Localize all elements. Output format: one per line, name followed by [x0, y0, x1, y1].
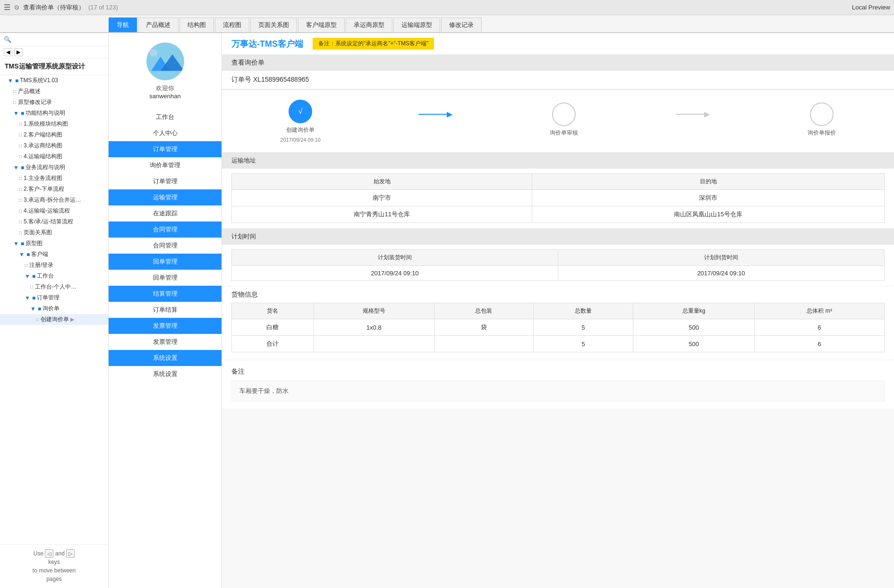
- goods-weight: 500: [633, 319, 754, 336]
- progress-circle-2: [552, 102, 576, 126]
- goods-header-qty: 总数量: [534, 303, 633, 319]
- sidebar-item-page-relations[interactable]: □页面关系图: [0, 227, 108, 238]
- sidebar-item-client[interactable]: ▼ ■ 客户端: [0, 249, 108, 260]
- doc-icon: □: [19, 121, 22, 127]
- tab-product-overview[interactable]: 产品概述: [138, 17, 179, 32]
- doc-icon: □: [25, 263, 27, 268]
- sidebar-forward-button[interactable]: ▶: [14, 48, 23, 56]
- menu-item-inquiry-mgmt[interactable]: 询价单管理: [109, 157, 221, 173]
- transport-dest-city: 深圳市: [532, 190, 885, 206]
- table-row: 南宁青秀山11号仓库 南山区凤凰山山15号仓库: [232, 206, 885, 223]
- menu-item-tracking[interactable]: 在途跟踪: [109, 205, 221, 222]
- sidebar-search-bar[interactable]: 🔍: [0, 33, 108, 46]
- menu-item-order-detail[interactable]: 订单管理: [109, 173, 221, 189]
- goods-header-volume: 总体积 m³: [755, 303, 885, 319]
- sidebar-back-button[interactable]: ◀: [4, 48, 12, 56]
- sidebar-item-module-structure[interactable]: □1.系统模块结构图: [0, 119, 108, 129]
- schedule-load-time: 2017/09/24 09:10: [232, 266, 558, 281]
- page-brand: 万事达-TMS客户端 备注：系统设定的"承运商名"+"-TMS客户端": [222, 33, 894, 55]
- menu-item-contract-mgmt[interactable]: 合同管理: [109, 222, 221, 238]
- sidebar-item-client-structure[interactable]: □2.客户端结构图: [0, 129, 108, 140]
- schedule-section: 计划时间 计划装货时间 计划到货时间 2017/09/24 09:10: [222, 229, 894, 286]
- sidebar-item-dashboard[interactable]: ▼ ■ 工作台: [0, 271, 108, 281]
- menu-item-invoice-mgmt[interactable]: 发票管理: [109, 318, 221, 334]
- page-title: 查看询价单: [222, 55, 894, 71]
- doc-icon: □: [13, 100, 16, 105]
- tab-page-relations[interactable]: 页面关系图: [250, 17, 297, 32]
- avatar: [146, 43, 184, 80]
- top-bar-subtitle: (17 of 123): [88, 4, 118, 11]
- sidebar-item-structure[interactable]: ▼ ■ 功能结构与说明: [0, 108, 108, 119]
- transport-header-dest: 目的地: [532, 174, 885, 190]
- doc-icon: □: [19, 230, 22, 235]
- folder-expand-icon: ▼: [13, 240, 19, 247]
- sidebar-item-product[interactable]: □产品概述: [0, 86, 108, 97]
- menu-item-personal[interactable]: 个人中心: [109, 125, 221, 141]
- sidebar-item-workflow[interactable]: ▼ ■ 业务流程与说明: [0, 162, 108, 173]
- menu-item-receipt-mgmt[interactable]: 回单管理: [109, 254, 221, 270]
- tab-carrier-prototype[interactable]: 承运商原型: [346, 17, 392, 32]
- tab-transport-prototype[interactable]: 运输端原型: [393, 17, 440, 32]
- transport-section-header: 运输地址: [222, 153, 894, 169]
- order-number-text: 订单号 XL1589965488965: [231, 76, 309, 83]
- doc-icon: □: [36, 317, 39, 322]
- schedule-header-load: 计划装货时间: [232, 250, 558, 266]
- sidebar-item-inquiry[interactable]: ▼ ■ 询价单: [0, 303, 108, 314]
- menu-item-order-mgmt[interactable]: 订单管理: [109, 141, 221, 157]
- sidebar-item-dashboard-personal[interactable]: □工作台-个人中…: [0, 281, 108, 292]
- sidebar-keyboard-hint: Use ◁ and ▷ keys to move between pages: [0, 544, 108, 588]
- sidebar-item-client-flow[interactable]: □2.客户-下单流程: [0, 184, 108, 195]
- folder-expand-icon: ▼: [19, 251, 25, 258]
- menu-item-settings-mgmt[interactable]: 系统设置: [109, 350, 221, 366]
- progress-arrow-2: ▶: [676, 110, 710, 119]
- menu-item-settlement[interactable]: 订单结算: [109, 302, 221, 318]
- menu-icon[interactable]: ☰: [4, 3, 10, 12]
- goods-title: 货物信息: [222, 287, 894, 303]
- folder-icon-blue: ■: [32, 295, 35, 301]
- main-layout: 🔍 ◀ ▶ TMS运输管理系统原型设计 ▼ ■ TMS系统V1.03 □产品概述…: [0, 33, 894, 588]
- menu-item-transport-mgmt[interactable]: 运输管理: [109, 189, 221, 205]
- transport-section: 运输地址 始发地 目的地 南宁市 深圳市: [222, 153, 894, 228]
- sidebar-item-transport-structure[interactable]: □4.运输端结构图: [0, 151, 108, 162]
- app-title: TMS运输管理系统原型设计: [0, 59, 108, 75]
- tab-change-log[interactable]: 修改记录: [441, 17, 482, 32]
- menu-items: 工作台 个人中心 订单管理 询价单管理 订单管理 运输管理 在途跟踪 合同管理 …: [109, 109, 221, 382]
- tab-navigation[interactable]: 导航: [109, 17, 137, 32]
- menu-item-invoice[interactable]: 发票管理: [109, 334, 221, 350]
- schedule-arrive-time: 2017/09/24 09:10: [558, 266, 885, 281]
- goods-package: 袋: [434, 319, 534, 336]
- menu-item-contract[interactable]: 合同管理: [109, 238, 221, 254]
- search-input[interactable]: [13, 36, 104, 43]
- menu-item-settlement-mgmt[interactable]: 结算管理: [109, 286, 221, 302]
- menu-item-receipt[interactable]: 回单管理: [109, 270, 221, 286]
- sidebar-item-transport-flow[interactable]: □4.运输端-运输流程: [0, 205, 108, 216]
- goods-header-weight: 总重量kg: [633, 303, 754, 319]
- folder-expand-icon: ▼: [13, 110, 19, 117]
- sidebar-item-tms[interactable]: ▼ ■ TMS系统V1.03: [0, 75, 108, 86]
- sidebar-item-create-inquiry[interactable]: □创建询价单 ▶: [0, 314, 108, 325]
- folder-icon-blue: ■: [21, 240, 24, 247]
- left-key-badge: ◁: [45, 549, 53, 558]
- tab-flowchart[interactable]: 流程图: [215, 17, 249, 32]
- sidebar-item-carrier-structure[interactable]: □3.承运商结构图: [0, 140, 108, 151]
- tab-structure[interactable]: 结构图: [179, 17, 214, 32]
- home-icon[interactable]: ⊙: [14, 4, 19, 11]
- progress-label-2: 询价单审核: [550, 129, 578, 137]
- tab-client-prototype[interactable]: 客户端原型: [298, 17, 345, 32]
- sidebar-item-carrier-flow[interactable]: □3.承运商-拆分合并运…: [0, 195, 108, 205]
- goods-sum-row: 合计 5 500 6: [232, 336, 885, 352]
- folder-icon-blue: ■: [26, 251, 30, 258]
- sidebar-item-prototypes[interactable]: ▼ ■ 原型图: [0, 238, 108, 249]
- page-title-text: 查看询价单: [231, 59, 264, 66]
- sidebar-item-main-flow[interactable]: □1.主业务流程图: [0, 173, 108, 184]
- sidebar-item-register[interactable]: □注册/登录: [0, 260, 108, 271]
- hint-text-pages: pages: [46, 576, 62, 582]
- goods-sum-volume: 6: [755, 336, 885, 352]
- sidebar-item-settlement-flow[interactable]: □5.客/承/运-结算流程: [0, 216, 108, 227]
- progress-section: √ 创建询价单 2017/09/24 09:10 ▶ 询价单审核: [222, 90, 894, 153]
- transport-header-origin: 始发地: [232, 174, 532, 190]
- sidebar-item-changelog[interactable]: □原型修改记录: [0, 97, 108, 108]
- sidebar-item-order-mgmt[interactable]: ▼ ■ 订单管理: [0, 292, 108, 303]
- menu-item-dashboard[interactable]: 工作台: [109, 109, 221, 125]
- menu-item-settings[interactable]: 系统设置: [109, 366, 221, 382]
